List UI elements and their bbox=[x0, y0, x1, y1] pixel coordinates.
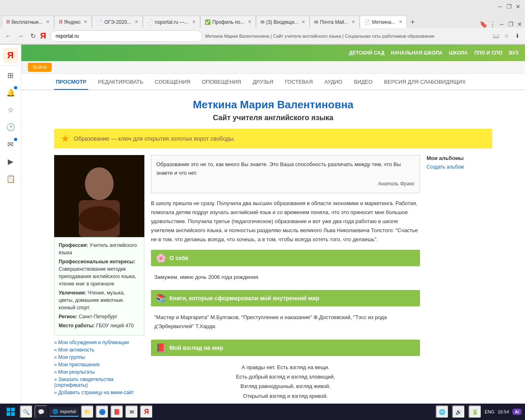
taskbar-browser-app[interactable]: 🌐 nsportal bbox=[49, 407, 79, 417]
svg-rect-5 bbox=[11, 408, 15, 411]
sidebar-grid-icon[interactable]: ⊞ bbox=[3, 68, 18, 83]
topbar-ppo-spo[interactable]: ППО И СПО bbox=[474, 50, 502, 56]
notification-badge bbox=[14, 86, 17, 89]
ai-badge[interactable]: Ai bbox=[512, 409, 522, 415]
link-results[interactable]: » Мои результаты bbox=[54, 369, 144, 375]
window-minimize[interactable]: ─ bbox=[498, 21, 505, 28]
quote-text: Образование — ключ для открытия золотых … bbox=[74, 135, 235, 142]
sidebar-star-icon[interactable]: ☆ bbox=[3, 103, 18, 117]
new-tab-button[interactable]: + bbox=[407, 16, 418, 28]
bookmark-icon[interactable]: 🔖 bbox=[480, 21, 487, 28]
taskbar-folder-icon[interactable]: 📁 bbox=[81, 405, 94, 418]
link-activity[interactable]: » Моя активность bbox=[54, 347, 144, 353]
tab-1[interactable]: Я бесплатные... ✕ bbox=[2, 16, 54, 28]
nav-gostevaya[interactable]: ГОСТЕВАЯ bbox=[283, 75, 314, 90]
login-button[interactable]: Войти bbox=[28, 63, 52, 72]
reader-mode-icon[interactable]: 📖 bbox=[491, 32, 500, 41]
tab-2[interactable]: Я Яндекс ✕ bbox=[54, 16, 92, 28]
forward-button[interactable]: → bbox=[16, 31, 25, 41]
tab-close[interactable]: ✕ bbox=[192, 19, 196, 25]
tab-5[interactable]: ✅ Профиль по... ✕ bbox=[200, 16, 256, 28]
tab-4[interactable]: 📄 nsportal.ru —... ✕ bbox=[143, 16, 200, 28]
taskbar-mail-icon[interactable]: ✉ bbox=[125, 405, 138, 418]
tab-7[interactable]: ✉ Почта Mail... ✕ bbox=[310, 16, 360, 28]
poem-text: А правды нет. Есть взгляд на вещи. Есть … bbox=[154, 363, 417, 404]
nav-video[interactable]: ВИДЕО bbox=[352, 75, 374, 90]
minimize-button[interactable]: ─ bbox=[496, 3, 504, 10]
download-icon[interactable]: ⬇ bbox=[513, 32, 522, 41]
taskbar-pdf-icon[interactable]: 📕 bbox=[110, 405, 123, 418]
tab-close[interactable]: ✕ bbox=[352, 19, 355, 25]
nav-prosmotr[interactable]: ПРОСМОТР bbox=[54, 75, 88, 90]
sidebar-bell-icon[interactable]: 🔔 bbox=[3, 85, 18, 100]
taskbar-search-icon[interactable]: 🔍 bbox=[20, 405, 33, 418]
title-bar: ─ ❐ ✕ bbox=[0, 0, 525, 13]
tab-label: бесплатные... bbox=[11, 19, 43, 25]
nav-version-blind[interactable]: ВЕРСИЯ ДЛЯ СЛАБОВИДЯЩИХ bbox=[382, 75, 467, 90]
right-column: Мои альбомы Создать альбом bbox=[427, 155, 492, 404]
link-certificates[interactable]: » Заказать свидетельства (сертификаты) bbox=[54, 377, 144, 388]
link-discussions[interactable]: » Мои обсуждения и публикации bbox=[54, 340, 144, 345]
tab-close[interactable]: ✕ bbox=[84, 19, 87, 25]
worldview-header: 📕 Мой взгляд на мир bbox=[151, 340, 420, 356]
about-content: Замужем, имею дочь 2006 года рождения. bbox=[151, 270, 420, 284]
address-input[interactable] bbox=[50, 30, 203, 42]
restore-button[interactable]: ❐ bbox=[505, 3, 513, 10]
taskbar-chat-icon[interactable]: 💬 bbox=[34, 405, 48, 418]
nav-opoveshheniya[interactable]: ОПОВЕЩЕНИЯ bbox=[200, 75, 243, 90]
nav-soobshheniya[interactable]: СООБЩЕНИЯ bbox=[153, 75, 192, 90]
topbar-vuz[interactable]: ВУЗ bbox=[509, 50, 518, 56]
tab-label: ОГЭ-2020... bbox=[104, 19, 131, 25]
svg-rect-4 bbox=[7, 408, 10, 411]
tab-close[interactable]: ✕ bbox=[135, 19, 138, 25]
svg-rect-6 bbox=[7, 412, 10, 416]
close-button[interactable]: ✕ bbox=[514, 3, 522, 10]
tab-close[interactable]: ✕ bbox=[248, 19, 251, 25]
albums-title: Мои альбомы bbox=[427, 155, 492, 161]
tab-8-active[interactable]: 📄 Меткина... ✕ bbox=[360, 16, 407, 28]
sidebar-play-icon[interactable]: ▶ bbox=[3, 154, 18, 169]
sidebar-history-icon[interactable]: 🕐 bbox=[3, 120, 18, 135]
nav-druzya[interactable]: ДРУЗЬЯ bbox=[251, 75, 275, 90]
interests-label: Профессиональные интересы: bbox=[59, 259, 135, 265]
link-invitations[interactable]: » Мои приглашения bbox=[54, 362, 144, 368]
refresh-button[interactable]: ↻ bbox=[28, 31, 38, 41]
topbar-shkola[interactable]: ШКОЛА bbox=[449, 50, 468, 56]
taskbar-app-label: nsportal bbox=[60, 409, 76, 414]
nav-audio[interactable]: АУДИО bbox=[323, 75, 344, 90]
content-grid: Профессия: Учитель английского языка Про… bbox=[54, 155, 492, 404]
books-icon: 📚 bbox=[156, 293, 166, 303]
menu-icon[interactable]: ⋮ bbox=[489, 21, 496, 28]
page-title-display: Меткина Мария Валентиновна | Сайт учител… bbox=[205, 34, 489, 39]
create-album-link[interactable]: Создать альбом bbox=[427, 164, 464, 170]
window-close[interactable]: ✕ bbox=[516, 21, 523, 28]
taskbar-yandex-icon[interactable]: Я bbox=[140, 405, 153, 418]
tab-6[interactable]: ✉ (3) Входящи... ✕ bbox=[256, 16, 310, 28]
back-button[interactable]: ← bbox=[3, 31, 13, 41]
tab-3[interactable]: 📄 ОГЭ-2020... ✕ bbox=[92, 16, 142, 28]
tab-close[interactable]: ✕ bbox=[46, 19, 50, 25]
link-add-page[interactable]: » Добавить страницу на мини-сайт bbox=[54, 390, 144, 395]
nav-redaktirovat[interactable]: РЕДАКТИРОВАТЬ bbox=[96, 75, 145, 90]
link-groups[interactable]: » Мои группы bbox=[54, 354, 144, 360]
center-column: Образование это не то, как много Вы знае… bbox=[151, 155, 420, 404]
about-title: О себе bbox=[169, 255, 189, 261]
topbar-detskiy-sad[interactable]: ДЕТСКИЙ САД bbox=[349, 50, 384, 56]
taskbar-edge-icon[interactable]: 🔵 bbox=[96, 405, 109, 418]
taskbar-network-icon[interactable]: 🌐 bbox=[436, 405, 449, 418]
start-button[interactable] bbox=[3, 404, 18, 419]
taskbar-battery-icon[interactable]: 🔋 bbox=[468, 405, 482, 418]
profile-name: Меткина Мария Валентиновна bbox=[54, 98, 492, 111]
tab-close[interactable]: ✕ bbox=[301, 19, 305, 25]
bookmark-page-icon[interactable]: ☆ bbox=[502, 32, 511, 41]
sidebar-copy-icon[interactable]: 📋 bbox=[3, 171, 18, 186]
taskbar-sound-icon[interactable]: 🔊 bbox=[452, 405, 465, 418]
main-content: ДЕТСКИЙ САД НАЧАЛЬНАЯ ШКОЛА ШКОЛА ППО И … bbox=[21, 45, 525, 404]
sidebar-mail-icon[interactable]: ✉ bbox=[3, 137, 18, 152]
workplace-label: Место работы: bbox=[59, 323, 95, 329]
topbar-nachalnaya-shkola[interactable]: НАЧАЛЬНАЯ ШКОЛА bbox=[391, 50, 443, 56]
sidebar-yandex-icon[interactable]: Я bbox=[3, 48, 18, 63]
browser-body: Я ⊞ 🔔 ☆ 🕐 ✉ ▶ 📋 ДЕТСКИЙ САД НАЧАЛЬНАЯ ШК… bbox=[0, 45, 525, 404]
window-restore[interactable]: ❐ bbox=[507, 21, 514, 28]
tab-close[interactable]: ✕ bbox=[399, 19, 402, 25]
